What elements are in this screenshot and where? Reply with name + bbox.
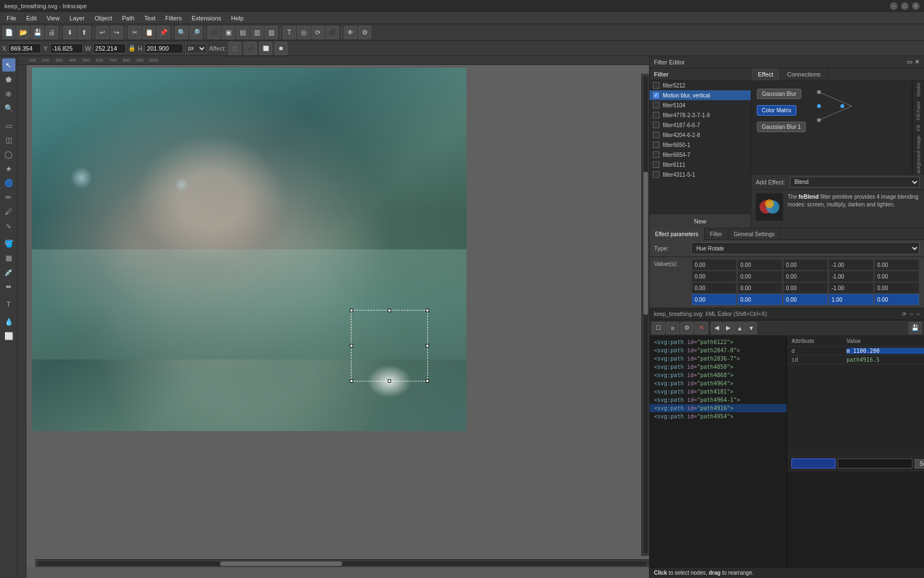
window-controls[interactable]: ─ □ ✕ bbox=[890, 2, 920, 10]
xml-down[interactable]: ▼ bbox=[746, 322, 757, 334]
add-effect-select[interactable]: Blend ColorMatrix Composite ConvolveMatr… bbox=[790, 177, 920, 188]
align-left-button[interactable]: ⬛ bbox=[207, 26, 221, 39]
menu-help[interactable]: Help bbox=[227, 14, 248, 23]
pencil-tool[interactable]: ✏ bbox=[2, 190, 15, 204]
undo-button[interactable]: ↩ bbox=[96, 26, 109, 39]
type-select[interactable]: Hue Rotate Matrix Saturate Luminance To … bbox=[691, 242, 920, 254]
val-2-1[interactable]: 0.00 bbox=[738, 282, 782, 293]
filter-checkbox-9[interactable] bbox=[653, 171, 659, 178]
filter-item-8[interactable]: filter6111 bbox=[650, 160, 751, 170]
spiral-tool[interactable]: 🌀 bbox=[2, 176, 15, 189]
xml-up[interactable]: ▲ bbox=[734, 322, 745, 334]
val-0-1[interactable]: 0.00 bbox=[738, 259, 782, 270]
xml-large-input[interactable] bbox=[787, 471, 924, 567]
select-tool[interactable]: ↖ bbox=[2, 58, 15, 72]
ep-tab-general[interactable]: General Settings bbox=[728, 228, 781, 240]
zoom-in-button[interactable]: 🔍 bbox=[175, 26, 188, 39]
3d-box-tool[interactable]: ◫ bbox=[2, 133, 15, 146]
minimize-button[interactable]: ─ bbox=[890, 2, 898, 10]
w-input[interactable] bbox=[93, 43, 126, 53]
v-scroll-thumb[interactable] bbox=[644, 172, 648, 315]
affect-btn4[interactable]: ⬟ bbox=[274, 42, 288, 55]
export-button[interactable]: ⬆ bbox=[78, 26, 91, 39]
xml-attr-row-id[interactable]: id path4916.5 bbox=[787, 356, 924, 364]
xml-set-button[interactable]: Set bbox=[915, 459, 924, 468]
view-toggle[interactable]: 👁 bbox=[344, 26, 357, 39]
gradient-tool[interactable]: ▦ bbox=[2, 251, 15, 264]
xml-node-7[interactable]: <svg:path id="path4964-1"> bbox=[650, 396, 787, 404]
menu-edit[interactable]: Edit bbox=[22, 14, 41, 23]
xml-node-1[interactable]: <svg:path id="path2847-0"> bbox=[650, 346, 787, 355]
filter-checkbox-5[interactable] bbox=[653, 132, 659, 138]
ellipse-tool[interactable]: ◯ bbox=[2, 148, 15, 161]
filter-checkbox-2[interactable] bbox=[653, 102, 659, 108]
xml-node-8[interactable]: <svg:path id="path4916"> bbox=[650, 404, 787, 412]
settings-button[interactable]: ⚙ bbox=[358, 26, 371, 39]
val-0-4[interactable]: 0.00 bbox=[875, 259, 919, 270]
xml-tree[interactable]: <svg:path id="path6122"> <svg:path id="p… bbox=[650, 336, 787, 567]
filter-checkbox-8[interactable] bbox=[653, 161, 659, 168]
menu-text[interactable]: Text bbox=[140, 14, 160, 23]
node-editor-tb[interactable]: ◎ bbox=[297, 26, 310, 39]
eraser-tool[interactable]: ⬜ bbox=[2, 329, 15, 342]
xml-node-2[interactable]: <svg:path id="path2836-7"> bbox=[650, 355, 787, 363]
rect-tool[interactable]: ▭ bbox=[2, 119, 15, 132]
bucket-tool[interactable]: 🪣 bbox=[2, 237, 15, 250]
filter-checkbox-6[interactable] bbox=[653, 141, 659, 148]
spray-tool[interactable]: 💧 bbox=[2, 315, 15, 328]
val-0-0[interactable]: 0.00 bbox=[692, 259, 736, 270]
xml-unindent[interactable]: ✕ bbox=[695, 322, 708, 334]
val-2-4[interactable]: 0.00 bbox=[875, 282, 919, 293]
xml-attr-value-id[interactable]: path4916.5 bbox=[846, 357, 924, 363]
menu-object[interactable]: Object bbox=[90, 14, 117, 23]
transform-tb[interactable]: ⟳ bbox=[311, 26, 324, 39]
filter-checkbox-4[interactable] bbox=[653, 122, 659, 128]
copy-button[interactable]: 📋 bbox=[142, 26, 156, 39]
filter-new-button[interactable]: New bbox=[650, 214, 751, 228]
zoom-out-button[interactable]: 🔎 bbox=[189, 26, 202, 39]
filter-item-9[interactable]: filter4311-5-1 bbox=[650, 170, 751, 179]
save-file-button[interactable]: 💾 bbox=[31, 26, 44, 39]
val-3-1[interactable]: 0.00 bbox=[738, 294, 782, 305]
val-2-0[interactable]: 0.00 bbox=[692, 282, 736, 293]
xml-minimize[interactable]: ○ bbox=[910, 311, 913, 317]
horizontal-scrollbar[interactable] bbox=[35, 559, 649, 567]
menu-layer[interactable]: Layer bbox=[65, 14, 89, 23]
xml-remove[interactable]: ⚙ bbox=[680, 322, 694, 334]
text-tool[interactable]: T bbox=[2, 297, 15, 310]
open-file-button[interactable]: 📂 bbox=[16, 26, 30, 39]
xml-new-element[interactable]: ☐ bbox=[652, 322, 665, 334]
xml-node-6[interactable]: <svg:path id="path4181"> bbox=[650, 388, 787, 396]
xml-prev[interactable]: ◀ bbox=[711, 322, 722, 334]
val-1-2[interactable]: 0.00 bbox=[783, 271, 828, 282]
zoom-tool[interactable]: 🔍 bbox=[2, 101, 15, 114]
filter-item-1[interactable]: ✓ Motion blur, vertical bbox=[650, 90, 751, 100]
filter-checkbox-3[interactable] bbox=[653, 112, 659, 118]
xml-save[interactable]: 💾 bbox=[909, 322, 922, 334]
val-1-4[interactable]: 0.00 bbox=[875, 271, 919, 282]
cut-button[interactable]: ✂ bbox=[128, 26, 141, 39]
filter-item-7[interactable]: filter6654-7 bbox=[650, 150, 751, 160]
xml-new-attr[interactable]: ≡ bbox=[666, 322, 679, 334]
val-1-3[interactable]: -1.00 bbox=[829, 271, 873, 282]
redo-button[interactable]: ↪ bbox=[110, 26, 123, 39]
val-0-3[interactable]: -1.00 bbox=[829, 259, 873, 270]
unit-select[interactable]: pxmmin bbox=[185, 43, 207, 53]
effect-tab[interactable]: Effect bbox=[751, 68, 780, 80]
affect-btn2[interactable]: ⬛ bbox=[244, 42, 257, 55]
effect-node-gaussian2[interactable]: Gaussian Blur 1 bbox=[757, 122, 806, 132]
filter-item-4[interactable]: filter4187-6-6-7 bbox=[650, 120, 751, 130]
group-button[interactable]: ▥ bbox=[250, 26, 263, 39]
x-input[interactable] bbox=[8, 43, 41, 53]
fill-tb[interactable]: ⬛ bbox=[326, 26, 339, 39]
val-3-4[interactable]: 0.00 bbox=[875, 294, 919, 305]
val-2-3[interactable]: -1.00 bbox=[829, 282, 873, 293]
y-input[interactable] bbox=[50, 43, 83, 53]
fe-close[interactable]: ✕ bbox=[915, 58, 920, 66]
maximize-button[interactable]: □ bbox=[901, 2, 909, 10]
menu-extensions[interactable]: Extensions bbox=[187, 14, 226, 23]
ep-tab-filter[interactable]: Filter bbox=[705, 228, 728, 240]
close-button[interactable]: ✕ bbox=[912, 2, 920, 10]
xml-node-3[interactable]: <svg:path id="path4850"> bbox=[650, 363, 787, 371]
calligraphy-tool[interactable]: ∿ bbox=[2, 219, 15, 232]
